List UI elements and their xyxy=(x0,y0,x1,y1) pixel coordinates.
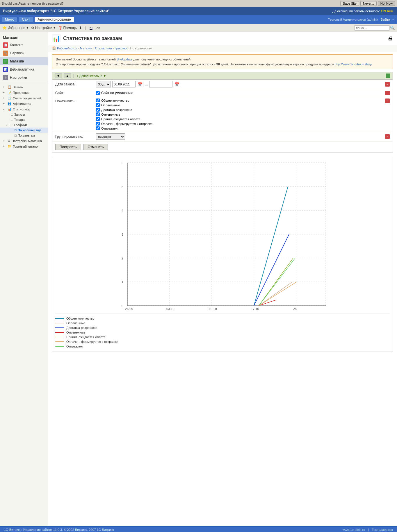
legend-label-3: Отмененные xyxy=(66,331,86,334)
filter-show-check-1[interactable] xyxy=(96,103,100,107)
filter-date-end-input[interactable] xyxy=(149,81,172,87)
footer-link2[interactable]: Техподдержка xyxy=(372,528,393,531)
filter-show-check-2[interactable] xyxy=(96,108,100,112)
filter-up-btn[interactable]: ▲ xyxy=(64,74,71,78)
footer-sep: | xyxy=(368,528,369,531)
webanalytics-icon: 📊 xyxy=(3,67,8,72)
sidebar-item-nastroi[interactable]: ⚙ Настройки xyxy=(0,74,48,82)
footer-link1[interactable]: www.1c-bitrix.ru xyxy=(343,528,365,531)
filter-show-label-1: Оплаченные xyxy=(101,103,120,107)
filter-show-check-0[interactable] xyxy=(96,98,100,102)
filter-show-label-3: Отмененные xyxy=(101,113,120,116)
filter-form: ▼ ▲ | + Дополнительно ▼ Дата заказа: 30 … xyxy=(52,72,393,153)
svg-text:4: 4 xyxy=(122,209,123,212)
sidebar-item-shop[interactable]: 🛒 Магазин xyxy=(0,57,48,65)
filter-down-btn[interactable]: ▼ xyxy=(55,74,62,78)
tree-statistics-icon: 📊 xyxy=(8,107,12,111)
nav-user: Тестовый Администратор (admin) xyxy=(328,18,378,21)
admin-button[interactable]: Администрирование xyxy=(34,17,74,22)
chart-legend: Общее количество Оплаченные Доставка раз… xyxy=(55,314,390,349)
time-value: 129 мин. xyxy=(381,9,394,13)
legend-line-3 xyxy=(55,332,64,333)
filter-date-period-select[interactable]: 30 д. xyxy=(96,81,111,87)
legend-line-5 xyxy=(55,341,64,342)
filter-site-remove[interactable]: − xyxy=(385,91,390,95)
filter-date-input[interactable] xyxy=(112,81,136,87)
filter-group-label: Группировать по: xyxy=(55,135,93,139)
filter-site-checkbox[interactable] xyxy=(96,91,100,95)
filter-show-check-6[interactable] xyxy=(96,126,100,130)
save-site-button[interactable]: Save Site xyxy=(340,1,359,6)
tree-catalog[interactable]: + 📁 Торговый каталог xyxy=(0,144,48,149)
download-item[interactable]: ⬇ xyxy=(79,26,82,30)
nastroi-icon: ⚙ xyxy=(3,75,8,80)
filter-group-row: Группировать по: неделям дням месяцам − xyxy=(52,132,393,141)
chart-container: 0 1 2 3 4 5 6 xyxy=(52,156,393,352)
webanalytics-label: Веб-аналитика xyxy=(10,67,34,71)
never-button[interactable]: Never... xyxy=(360,1,377,6)
warning-banner: Внимание! Воспользуйтесь технологией Sit… xyxy=(52,54,393,69)
tree-affiliates[interactable]: + 👥 Аффилиаты xyxy=(0,101,48,106)
svg-text:0: 0 xyxy=(122,304,123,308)
tree-by-money[interactable]: □ По деньгам xyxy=(0,133,48,138)
tree-affiliates-icon: 👥 xyxy=(8,102,12,105)
help-icon: ❓ xyxy=(58,26,63,30)
favorites-label: Избранное xyxy=(8,26,25,30)
logout-button[interactable]: Выйти xyxy=(381,18,390,21)
filter-add-btn[interactable]: + Дополнительно ▼ xyxy=(76,74,106,78)
tree-graphs[interactable]: - □ Графики xyxy=(0,122,48,128)
buy-link[interactable]: http://www.1c-bitrix.ru/buy/ xyxy=(335,62,372,66)
warning-days: 30 xyxy=(216,62,220,66)
content-area: 📊 Статистика по заказам 🖨 🏠 Рабочий стол… xyxy=(48,32,397,526)
print-icon[interactable]: 🖨 xyxy=(388,35,393,42)
filter-group-select[interactable]: неделям дням месяцам xyxy=(96,133,125,140)
lang-ru[interactable]: ru xyxy=(89,26,93,30)
favorites-item[interactable]: ⭐ Избранное ▼ xyxy=(2,26,29,30)
filter-date-ellipsis: ... xyxy=(145,82,148,86)
filter-group-remove[interactable]: − xyxy=(385,134,390,139)
breadcrumb-shop[interactable]: Магазин xyxy=(80,46,92,50)
search-input[interactable] xyxy=(355,25,389,31)
breadcrumb-graphs[interactable]: Графики xyxy=(115,46,127,50)
search-icon[interactable]: 🔍 xyxy=(390,26,395,30)
shop-label: Магазин xyxy=(10,59,24,63)
filter-show-check-4[interactable] xyxy=(96,117,100,121)
svg-text:1: 1 xyxy=(122,280,123,284)
not-now-button[interactable]: Not Now xyxy=(378,1,395,6)
build-button[interactable]: Построить xyxy=(55,144,81,150)
tree-by-count[interactable]: □ По количеству xyxy=(0,128,48,133)
svg-line-27 xyxy=(254,187,288,306)
calendar-icon2[interactable]: 📅 xyxy=(174,82,180,87)
breadcrumb-desktop[interactable]: Рабочий стол xyxy=(57,46,77,50)
filter-date-remove[interactable]: − xyxy=(385,82,390,87)
site-button[interactable]: Сайт xyxy=(19,17,33,22)
filter-show-check-5[interactable] xyxy=(96,122,100,126)
sidebar-item-services[interactable]: 🔧 Сервисы xyxy=(0,49,48,57)
calendar-icon1[interactable]: 📅 xyxy=(137,82,143,87)
tree-shop-settings[interactable]: + ⚙ Настройки магазина xyxy=(0,138,48,144)
menu-button[interactable]: Меню xyxy=(2,17,17,22)
tree-renewal[interactable]: + 📝 Продление xyxy=(0,90,48,95)
tree-statistics[interactable]: - 📊 Статистика xyxy=(0,106,48,112)
filter-show-check-3[interactable] xyxy=(96,112,100,116)
sidebar-item-webanalytics[interactable]: 📊 Веб-аналитика xyxy=(0,65,48,74)
tree-orders[interactable]: + 📋 Заказы xyxy=(0,84,48,90)
expand-shop-settings: + xyxy=(3,139,6,142)
tree-stat-orders[interactable]: □ Заказы xyxy=(0,112,48,117)
cancel-button[interactable]: Отменить xyxy=(83,144,108,150)
svg-line-32 xyxy=(259,282,297,306)
lang-en[interactable]: en xyxy=(96,26,101,30)
tree-stat-goods[interactable]: □ Товары xyxy=(0,117,48,122)
tree-accounts[interactable]: + 📑 Счета покупателей xyxy=(0,95,48,101)
filter-site-label: Сайт: xyxy=(55,91,93,95)
filter-show-remove[interactable]: − xyxy=(385,98,390,103)
sidebar-item-content[interactable]: 📄 Контент xyxy=(0,41,48,49)
expand-affiliates: + xyxy=(3,102,6,105)
breadcrumb-statistics[interactable]: Статистика xyxy=(95,46,112,50)
help-item[interactable]: ❓ Помощь xyxy=(58,26,77,30)
settings-label: Настройки xyxy=(35,26,52,30)
settings-item[interactable]: ⚙ Настройки ▼ xyxy=(31,26,56,30)
siteupdate-link[interactable]: SiteUpdate xyxy=(117,58,132,61)
tree-affiliates-label: Аффилиаты xyxy=(13,102,31,105)
content-icon: 📄 xyxy=(3,42,8,48)
